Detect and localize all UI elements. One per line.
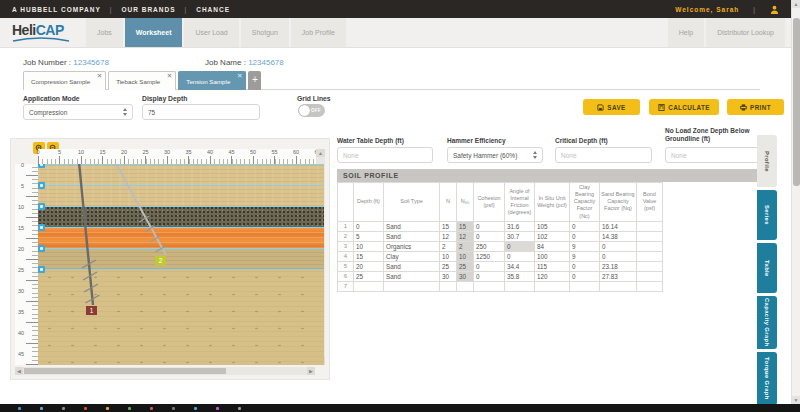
table-cell[interactable] xyxy=(354,281,384,291)
grid-lines-toggle[interactable]: OFF xyxy=(298,104,325,117)
table-cell[interactable]: 10 xyxy=(457,251,474,261)
nav-worksheet[interactable]: Worksheet xyxy=(125,18,183,47)
table-cell[interactable]: 14.38 xyxy=(600,231,637,241)
table-cell[interactable]: 35.8 xyxy=(505,271,535,281)
table-cell[interactable] xyxy=(637,261,663,271)
table-cell[interactable]: 10 xyxy=(440,251,457,261)
table-cell[interactable]: 0 xyxy=(474,261,505,271)
close-icon[interactable]: ✕ xyxy=(167,71,172,80)
table-cell[interactable]: 0 xyxy=(505,251,535,261)
nav-user-load[interactable]: User Load xyxy=(184,18,238,47)
table-cell[interactable]: 0 xyxy=(474,271,505,281)
table-cell[interactable]: Sand xyxy=(384,231,440,241)
scroll-left-arrow[interactable]: ◀ xyxy=(15,367,23,375)
tab-tension-sample[interactable]: Tension Sample ✕ xyxy=(178,71,246,90)
scroll-up-arrow[interactable]: ▲ xyxy=(792,0,800,8)
table-cell[interactable] xyxy=(637,221,663,231)
table-cell[interactable] xyxy=(384,281,440,291)
table-cell[interactable]: Sand xyxy=(384,261,440,271)
user-account-icon[interactable] xyxy=(770,5,779,14)
print-button[interactable]: PRINT xyxy=(727,99,784,115)
table-cell[interactable] xyxy=(535,281,570,291)
table-cell[interactable]: 20 xyxy=(354,261,384,271)
table-cell[interactable]: 31.6 xyxy=(505,221,535,231)
table-cell[interactable] xyxy=(637,251,663,261)
table-cell[interactable]: 25 xyxy=(440,261,457,271)
nav-job-profile[interactable]: Job Profile xyxy=(291,18,346,47)
table-cell[interactable]: 0 xyxy=(474,231,505,241)
table-cell[interactable]: 0 xyxy=(570,271,600,281)
table-cell[interactable]: 30 xyxy=(440,271,457,281)
side-tab-capacity-graph[interactable]: Capacity Graph xyxy=(757,296,777,349)
table-cell[interactable]: Sand xyxy=(384,221,440,231)
pile-2-shaft[interactable] xyxy=(114,164,166,255)
browser-scrollbar[interactable]: ▲ ▼ xyxy=(791,0,800,404)
panel-horizontal-scrollbar[interactable]: ◀ ▶ xyxy=(15,367,315,375)
table-cell[interactable]: 0 xyxy=(570,231,600,241)
table-cell[interactable] xyxy=(457,281,474,291)
table-cell[interactable]: 16.14 xyxy=(600,221,637,231)
table-cell[interactable]: Organics xyxy=(384,241,440,251)
table-cell[interactable]: 9 xyxy=(570,251,600,261)
side-tab-torque-graph[interactable]: Torque Graph xyxy=(757,352,777,405)
nav-shotgun[interactable]: Shotgun xyxy=(241,18,289,47)
job-number-value[interactable]: 12345678 xyxy=(73,58,109,67)
pile-1-badge[interactable]: 1 xyxy=(86,306,97,315)
table-cell[interactable]: 115 xyxy=(535,261,570,271)
table-cell[interactable]: 9 xyxy=(570,241,600,251)
table-cell[interactable]: 2 xyxy=(440,241,457,251)
table-cell[interactable]: 0 xyxy=(570,261,600,271)
job-name-value[interactable]: 12345678 xyxy=(248,58,284,67)
table-cell[interactable]: 120 xyxy=(535,271,570,281)
table-cell[interactable]: 25 xyxy=(354,271,384,281)
save-button[interactable]: SAVE xyxy=(583,99,640,115)
pile-1-shaft[interactable] xyxy=(79,164,93,305)
table-cell[interactable]: 0 xyxy=(600,251,637,261)
distributor-lookup-button[interactable]: Distributor Lookup xyxy=(706,18,785,47)
our-brands-link[interactable]: OUR BRANDS xyxy=(121,6,175,13)
table-cell[interactable]: 25 xyxy=(457,261,474,271)
table-cell[interactable]: 0 xyxy=(570,221,600,231)
taskbar-icons[interactable] xyxy=(18,407,21,410)
table-cell[interactable]: Sand xyxy=(384,271,440,281)
table-cell[interactable] xyxy=(474,281,505,291)
scroll-up-arrow[interactable]: ▲ xyxy=(316,149,325,157)
table-cell[interactable]: Clay xyxy=(384,251,440,261)
table-cell[interactable]: 100 xyxy=(535,251,570,261)
application-mode-select[interactable]: Compression xyxy=(23,104,133,120)
table-cell[interactable]: 0 xyxy=(505,241,535,251)
table-cell[interactable] xyxy=(637,241,663,251)
scroll-right-arrow[interactable]: ▶ xyxy=(307,367,315,375)
table-cell[interactable] xyxy=(570,281,600,291)
table-cell[interactable] xyxy=(637,281,663,291)
table-cell[interactable]: 0 xyxy=(600,241,637,251)
table-cell[interactable]: 15 xyxy=(457,221,474,231)
table-cell[interactable]: 30.7 xyxy=(505,231,535,241)
table-cell[interactable]: 2 xyxy=(457,241,474,251)
scroll-down-arrow[interactable]: ▼ xyxy=(792,396,800,404)
side-tab-series[interactable]: Series xyxy=(757,190,777,240)
os-taskbar[interactable] xyxy=(0,404,800,412)
table-cell[interactable]: 15 xyxy=(440,221,457,231)
table-cell[interactable] xyxy=(600,281,637,291)
table-cell[interactable]: 5 xyxy=(354,231,384,241)
close-icon[interactable]: ✕ xyxy=(237,71,242,80)
chance-link[interactable]: CHANCE xyxy=(196,6,230,13)
table-cell[interactable]: 30 xyxy=(457,271,474,281)
table-cell[interactable]: 12 xyxy=(440,231,457,241)
help-button[interactable]: Help xyxy=(668,18,704,47)
add-tab-button[interactable]: + xyxy=(248,71,261,90)
table-cell[interactable] xyxy=(637,271,663,281)
table-cell[interactable] xyxy=(505,281,535,291)
side-tab-profile[interactable]: Profile xyxy=(757,135,777,187)
soil-layers-canvas[interactable]: 1 2 xyxy=(38,164,324,365)
table-cell[interactable] xyxy=(440,281,457,291)
no-load-zone-input[interactable] xyxy=(665,147,760,163)
table-cell[interactable]: 27.83 xyxy=(600,271,637,281)
table-cell[interactable]: 84 xyxy=(535,241,570,251)
table-cell[interactable] xyxy=(637,231,663,241)
spinner-icon[interactable] xyxy=(533,151,537,159)
calculate-button[interactable]: CALCULATE xyxy=(649,99,719,115)
table-cell[interactable]: 34.4 xyxy=(505,261,535,271)
table-cell[interactable]: 15 xyxy=(354,251,384,261)
